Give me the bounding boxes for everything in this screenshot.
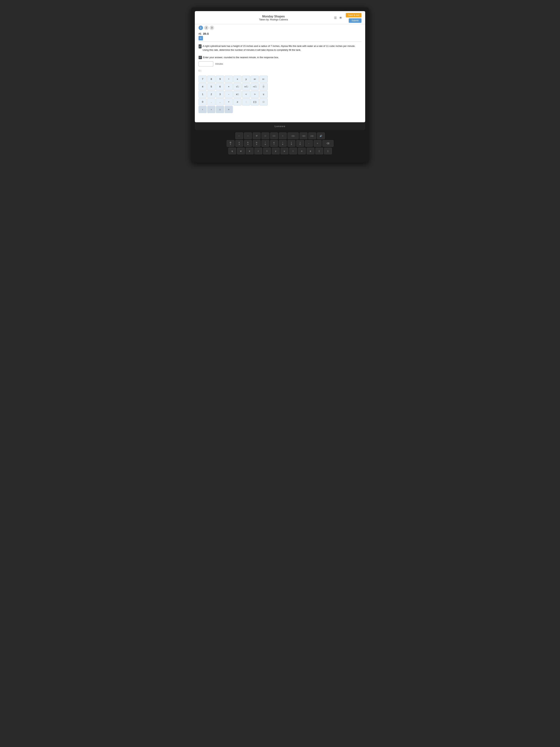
- key-paren-box[interactable]: (□): [251, 98, 259, 105]
- answer-unit: minutes: [215, 62, 223, 65]
- key-less-than[interactable]: <: [242, 91, 250, 98]
- key-x-power[interactable]: x□: [260, 76, 268, 83]
- menu-icon[interactable]: ☰: [334, 16, 337, 20]
- key-x-squared[interactable]: x2: [251, 76, 259, 83]
- key-9[interactable]: 9: [216, 76, 224, 83]
- audio-button-main[interactable]: 🔊: [198, 44, 202, 48]
- kb-key-6[interactable]: ^6: [262, 140, 269, 147]
- key-box[interactable]: □: [260, 98, 268, 105]
- key-greater-equal[interactable]: ≥: [233, 98, 241, 105]
- question-text: A right cylindrical tank has a height of…: [203, 44, 362, 52]
- key-2[interactable]: 2: [207, 91, 215, 98]
- kb-key-f8[interactable]: ◁◁: [300, 132, 308, 139]
- kb-key-equals[interactable]: =: [314, 140, 321, 147]
- kb-key-rbracket[interactable]: ]: [324, 148, 332, 154]
- instruction-line: 🔊 Enter your answer, rounded to the near…: [198, 56, 362, 59]
- key-5[interactable]: 5: [207, 83, 215, 90]
- key-nthrt[interactable]: n√□: [251, 83, 259, 90]
- key-7[interactable]: 7: [198, 76, 207, 83]
- question-num-1[interactable]: 1: [198, 26, 203, 30]
- kb-key-t[interactable]: t: [263, 148, 271, 154]
- kb-key-2[interactable]: @2: [227, 140, 235, 147]
- kb-key-5[interactable]: %5: [253, 140, 261, 147]
- kb-key-0[interactable]: )0: [296, 140, 304, 147]
- kb-key-backspace[interactable]: ⌫: [322, 140, 334, 147]
- key-multiply[interactable]: ×: [224, 83, 233, 90]
- kb-key-7[interactable]: &7: [270, 140, 278, 147]
- keypad: 7 8 9 ÷ x y x2 x□ 4 5 6 × √□ 3√□: [198, 76, 268, 113]
- key-6[interactable]: 6: [216, 83, 224, 90]
- kb-key-f7[interactable]: ◁ ▷: [288, 132, 299, 139]
- lenovo-logo: Lenovo: [197, 125, 363, 128]
- key-minus[interactable]: -: [224, 91, 233, 98]
- key-plus[interactable]: +: [224, 98, 233, 105]
- answer-area: minutes: [198, 61, 362, 67]
- key-fraction[interactable]: □ □: [260, 83, 268, 90]
- key-comma[interactable]: ,: [216, 98, 224, 105]
- kb-key-f6[interactable]: ○: [279, 132, 287, 139]
- key-next[interactable]: ›: [207, 106, 215, 113]
- kb-key-8[interactable]: *8: [279, 140, 287, 147]
- key-greater-than[interactable]: >: [251, 91, 259, 98]
- kb-key-y[interactable]: y: [272, 148, 279, 154]
- app-subtitle: Taken by: Rodrigo Cabrera: [213, 18, 334, 21]
- eye-icon[interactable]: 👁: [339, 16, 343, 20]
- kb-key-f4[interactable]: □: [262, 132, 269, 139]
- submit-button[interactable]: Submit: [349, 18, 362, 23]
- key-y-var[interactable]: y: [242, 76, 250, 83]
- kb-key-vol[interactable]: 🔊: [317, 132, 325, 139]
- key-x-var[interactable]: x: [233, 76, 241, 83]
- kb-key-e[interactable]: e: [246, 148, 254, 154]
- save-exit-button[interactable]: Save & exit: [346, 13, 362, 18]
- key-colon[interactable]: :: [242, 98, 250, 105]
- kb-key-q[interactable]: q: [228, 148, 236, 154]
- kb-key-fwd[interactable]: →: [244, 132, 252, 139]
- kb-key-lbracket[interactable]: [: [315, 148, 323, 154]
- kb-key-w[interactable]: w: [237, 148, 245, 154]
- key-less-equal[interactable]: ≤: [260, 91, 268, 98]
- app-title: Monday Shapes: [213, 15, 334, 18]
- key-sqrt[interactable]: √□: [233, 83, 241, 90]
- key-8[interactable]: 8: [207, 76, 215, 83]
- key-1[interactable]: 1: [198, 91, 207, 98]
- key-x-box[interactable]: x□: [233, 91, 241, 98]
- question-num-3[interactable]: 3: [210, 26, 214, 30]
- question-number: #1: [198, 32, 202, 35]
- edit-button[interactable]: ✏: [198, 36, 203, 41]
- kb-key-dash[interactable]: -: [305, 140, 313, 147]
- kb-key-r[interactable]: r: [255, 148, 262, 154]
- kb-key-f5[interactable]: □□: [270, 132, 278, 139]
- kb-key-9[interactable]: (9: [288, 140, 295, 147]
- key-home[interactable]: ⌂: [216, 106, 224, 113]
- kb-key-p[interactable]: p: [307, 148, 315, 154]
- question-category: 2B.G: [203, 32, 209, 35]
- kb-fn-row: ← → ↺ □ □□ ○ ◁ ▷ ◁◁ ▷▷ 🔊: [198, 132, 362, 139]
- kb-key-4[interactable]: $4: [244, 140, 252, 147]
- scratch-label: □ :: [198, 69, 362, 72]
- audio-button-instruction[interactable]: 🔊: [198, 56, 202, 59]
- key-prev[interactable]: ‹: [198, 106, 207, 113]
- kb-key-f9[interactable]: ▷▷: [308, 132, 316, 139]
- app-header: Monday Shapes Taken by: Rodrigo Cabrera …: [195, 11, 365, 24]
- key-cbrt[interactable]: 3√□: [242, 83, 250, 90]
- kb-key-u[interactable]: u: [281, 148, 288, 154]
- key-4[interactable]: 4: [198, 83, 207, 90]
- key-0[interactable]: 0: [198, 98, 207, 105]
- kb-num-row: @2 #3 $4 %5 ^6 &7 *8 (9 )0 - = ⌫: [198, 140, 362, 147]
- kb-key-3[interactable]: #3: [235, 140, 243, 147]
- key-divide[interactable]: ÷: [224, 76, 233, 83]
- header-title-area: Monday Shapes Taken by: Rodrigo Cabrera: [213, 15, 334, 21]
- key-equals[interactable]: =: [224, 106, 233, 113]
- kb-key-i[interactable]: i: [289, 148, 297, 154]
- kb-key-o[interactable]: o: [298, 148, 306, 154]
- question-label-row: #1 2B.G: [195, 31, 365, 36]
- key-3[interactable]: 3: [216, 91, 224, 98]
- kb-qwerty-row: q w e r t y u i o p [ ]: [198, 148, 362, 154]
- question-num-2[interactable]: 2: [204, 26, 209, 30]
- instruction-text: Enter your answer, rounded to the neares…: [203, 56, 279, 59]
- kb-key-back[interactable]: ←: [235, 132, 243, 139]
- answer-input[interactable]: [198, 61, 213, 67]
- kb-key-refresh[interactable]: ↺: [253, 132, 261, 139]
- scratch-icon: □: [198, 69, 200, 72]
- key-dot[interactable]: .: [207, 98, 215, 105]
